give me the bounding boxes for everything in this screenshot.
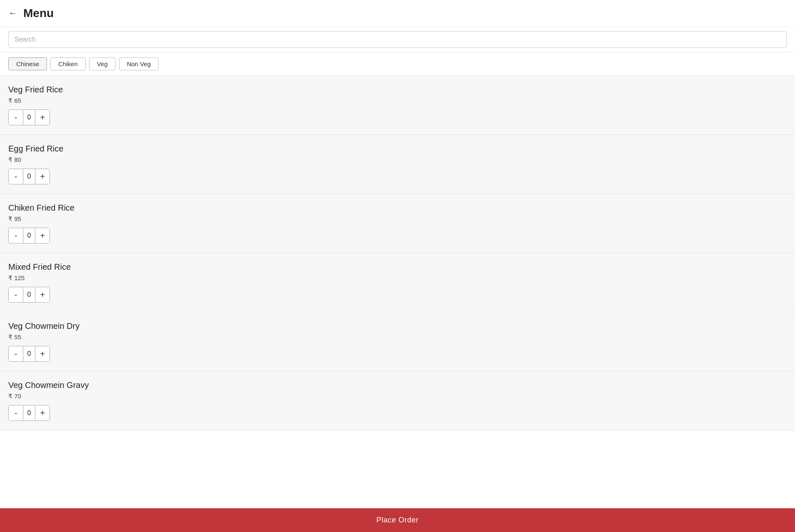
qty-control: - 0 + (8, 169, 50, 184)
qty-increase-button[interactable]: + (35, 228, 50, 243)
qty-value: 0 (23, 228, 35, 243)
filter-btn-chinese[interactable]: Chinese (8, 57, 47, 70)
page-title: Menu (23, 7, 54, 20)
item-price: ₹ 70 (8, 393, 787, 400)
filter-btn-chiken[interactable]: Chiken (50, 57, 86, 70)
qty-control: - 0 + (8, 287, 50, 303)
qty-control: - 0 + (8, 346, 50, 362)
qty-value: 0 (23, 346, 35, 361)
qty-increase-button[interactable]: + (35, 346, 50, 361)
item-price: ₹ 55 (8, 333, 787, 341)
back-button[interactable]: ← (8, 9, 17, 18)
item-name: Veg Fried Rice (8, 85, 787, 94)
menu-item-veg-chowmein-dry: Veg Chowmein Dry ₹ 55 - 0 + (0, 312, 795, 371)
search-input[interactable] (8, 31, 787, 48)
qty-value: 0 (23, 169, 35, 184)
filter-bar: ChineseChikenVegNon Veg (0, 52, 795, 76)
search-bar (0, 27, 795, 52)
qty-decrease-button[interactable]: - (9, 346, 23, 361)
qty-value: 0 (23, 110, 35, 125)
item-name: Mixed Fried Rice (8, 262, 787, 272)
qty-control: - 0 + (8, 228, 50, 244)
qty-decrease-button[interactable]: - (9, 287, 23, 302)
item-name: Egg Fried Rice (8, 144, 787, 154)
qty-control: - 0 + (8, 109, 50, 125)
qty-increase-button[interactable]: + (35, 110, 50, 125)
item-name: Veg Chowmein Gravy (8, 380, 787, 390)
qty-increase-button[interactable]: + (35, 169, 50, 184)
place-order-bar: Place Order (0, 508, 795, 532)
item-price: ₹ 125 (8, 274, 787, 282)
filter-btn-non-veg[interactable]: Non Veg (119, 57, 159, 70)
qty-control: - 0 + (8, 405, 50, 421)
menu-item-mixed-fried-rice: Mixed Fried Rice ₹ 125 - 0 + (0, 253, 795, 312)
menu-item-veg-chowmein-gravy: Veg Chowmein Gravy ₹ 70 - 0 + (0, 371, 795, 430)
qty-decrease-button[interactable]: - (9, 228, 23, 243)
item-price: ₹ 65 (8, 97, 787, 104)
place-order-button[interactable]: Place Order (0, 508, 795, 532)
menu-item-veg-fried-rice: Veg Fried Rice ₹ 65 - 0 + (0, 76, 795, 135)
filter-btn-veg[interactable]: Veg (89, 57, 116, 70)
menu-item-chiken-fried-rice: Chiken Fried Rice ₹ 95 - 0 + (0, 194, 795, 253)
qty-increase-button[interactable]: + (35, 287, 50, 302)
header: ← Menu (0, 0, 795, 27)
item-price: ₹ 80 (8, 156, 787, 164)
menu-item-egg-fried-rice: Egg Fried Rice ₹ 80 - 0 + (0, 135, 795, 194)
qty-decrease-button[interactable]: - (9, 169, 23, 184)
item-price: ₹ 95 (8, 215, 787, 223)
qty-value: 0 (23, 287, 35, 302)
qty-value: 0 (23, 405, 35, 420)
qty-increase-button[interactable]: + (35, 405, 50, 420)
qty-decrease-button[interactable]: - (9, 405, 23, 420)
item-name: Chiken Fried Rice (8, 203, 787, 213)
item-name: Veg Chowmein Dry (8, 321, 787, 331)
qty-decrease-button[interactable]: - (9, 110, 23, 125)
menu-list: Veg Fried Rice ₹ 65 - 0 + Egg Fried Rice… (0, 76, 795, 464)
